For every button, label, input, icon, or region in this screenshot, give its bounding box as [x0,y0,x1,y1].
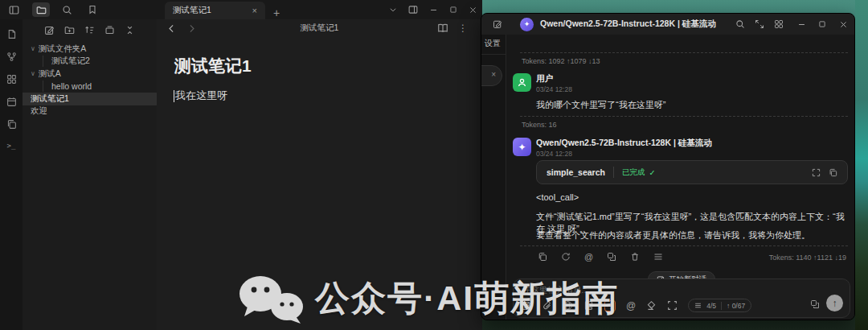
assistant-timestamp: 03/24 12:28 [536,150,712,158]
note-titlebar: 测试笔记1 × + [0,0,482,19]
tree-label: hello world [51,81,92,91]
expand-icon[interactable] [667,300,678,311]
indent-guide [43,80,43,92]
cards-icon[interactable] [6,74,17,85]
file-tree: ∨ 测试文件夹A 测试笔记2 ∨ 测试A hello world 测试笔记1 欢… [23,43,157,118]
assistant-message-header: Qwen/Qwen2.5-72B-Instruct-128K | 硅基流动 03… [536,138,712,158]
user-timestamp: 03/24 12:28 [536,85,572,93]
mention-icon[interactable]: @ [584,252,593,262]
clear-icon[interactable] [646,300,657,311]
tree-file[interactable]: 测试笔记2 [23,56,157,68]
delete-icon[interactable] [630,252,640,262]
input-placeholder: 在这里输入消息... [522,285,588,296]
search-icon[interactable] [732,16,748,32]
minimize-icon[interactable] [429,6,438,14]
tree-label: 测试笔记1 [31,93,69,105]
new-folder-icon[interactable] [64,25,75,35]
message-actions: @ [538,252,663,262]
menu-icon[interactable] [653,252,663,262]
terminal-icon[interactable]: >_ [7,142,16,150]
tree-file-selected[interactable]: 测试笔记1 [23,93,157,105]
tree-folder[interactable]: ∨ 测试文件夹A [23,43,157,56]
apps-grid-icon[interactable] [771,16,787,32]
clear-search-icon[interactable]: × [491,70,496,79]
editor-nav-title: 测试笔记1 [157,23,482,34]
expand-icon[interactable] [751,16,768,32]
tokens-label: Tokens: 16 [522,121,557,129]
search-icon[interactable] [58,2,76,17]
mention-icon[interactable]: @ [626,300,636,311]
tool-status-badge: 已完成 ✓ [622,167,655,178]
sidebar-search-input[interactable]: × [481,65,502,86]
layout-icon[interactable] [408,5,418,14]
message-divider [520,52,848,53]
tree-label: 测试文件夹A [39,43,87,55]
attachment-icon[interactable] [542,300,552,311]
chat-main: Tokens: 1092 ↑1079 ↓13 用户 03/24 12:28 我的… [507,35,855,320]
tab-chevron-icon[interactable] [389,6,397,14]
close-icon[interactable] [469,6,477,14]
file-explorer: ∨ 测试文件夹A 测试笔记2 ∨ 测试A hello world 测试笔记1 欢… [23,19,157,330]
calendar-icon[interactable] [6,97,17,107]
tab-close-icon[interactable]: × [252,6,257,15]
copy-icon[interactable] [829,168,837,177]
stack-icon[interactable] [104,25,115,35]
context-token-pill[interactable]: 4/5 ↑ 0/67 [688,299,751,312]
copy-icon[interactable] [538,252,547,262]
tree-file[interactable]: 欢迎 [23,105,157,118]
minimize-icon[interactable] [793,16,809,32]
maximize-icon[interactable] [449,6,457,14]
translate-icon[interactable] [607,252,616,262]
explorer-toolbar [23,19,157,43]
token-estimate: ↑ 0/67 [727,302,745,310]
tree-folder[interactable]: ∨ 测试A [23,68,157,80]
tree-file[interactable]: hello world [23,80,157,93]
git-fork-icon[interactable] [6,52,17,62]
tab-strip: 测试笔记1 × + [165,2,280,19]
settings-label[interactable]: 设置 [481,35,506,55]
chevron-down-icon: ∨ [31,70,35,77]
web-search-icon[interactable] [563,300,573,311]
new-topic-icon[interactable] [521,300,531,311]
file-switch-icon[interactable] [6,29,17,39]
assistant-name: Qwen/Qwen2.5-72B-Instruct-128K | 硅基流动 [536,138,712,149]
translate-icon[interactable] [810,299,820,309]
context-count: 4/5 [706,302,716,310]
user-message-text: 我的哪个文件里写了“我在这里呀” [536,99,665,111]
knowledge-icon[interactable] [583,300,594,311]
tool-call-card[interactable]: simple_search 已完成 ✓ [536,160,848,184]
more-options-icon[interactable]: ⋮ [458,23,468,34]
text-caret [174,90,174,102]
chat-titlebar: ✦ Qwen/Qwen2.5-72B-Instruct-128K | 硅基流动 [481,14,854,35]
model-avatar: ✦ [520,18,534,31]
sort-icon[interactable] [84,25,95,35]
close-icon[interactable] [835,16,851,32]
chevron-down-icon: ∨ [31,45,35,52]
send-button[interactable]: ↑ [826,295,843,311]
folder-icon[interactable] [32,2,50,17]
input-toolbar: >_ @ 4/5 ↑ 0/67 [521,299,751,312]
maximize-icon[interactable] [814,16,830,32]
left-ribbon: >_ [0,19,23,330]
message-divider [520,245,848,246]
user-message-header: 用户 03/24 12:28 [536,73,572,93]
new-topic-icon[interactable] [489,16,506,32]
new-tab-button[interactable]: + [273,6,280,19]
message-input[interactable]: 在这里输入消息... >_ @ 4/5 ↑ 0/67 ↑ [513,278,850,318]
editor-pane[interactable]: 测试笔记1 我在这里呀 [157,37,482,330]
tab-note[interactable]: 测试笔记1 × [165,2,265,19]
new-note-icon[interactable] [44,25,55,35]
divider [613,167,614,178]
collapse-all-icon[interactable] [125,25,135,35]
regenerate-icon[interactable] [561,252,571,262]
copy-icon[interactable] [6,119,17,130]
divider [721,302,722,310]
note-window-controls [389,2,477,18]
editor-header: 测试笔记1 ⋮ [157,19,482,37]
mcp-icon[interactable]: >_ [604,300,616,311]
reading-mode-icon[interactable] [437,23,448,34]
sidebar-toggle-icon[interactable] [5,2,23,17]
bookmark-icon[interactable] [84,2,101,17]
tree-label: 测试笔记2 [51,56,90,67]
expand-icon[interactable] [812,168,821,177]
